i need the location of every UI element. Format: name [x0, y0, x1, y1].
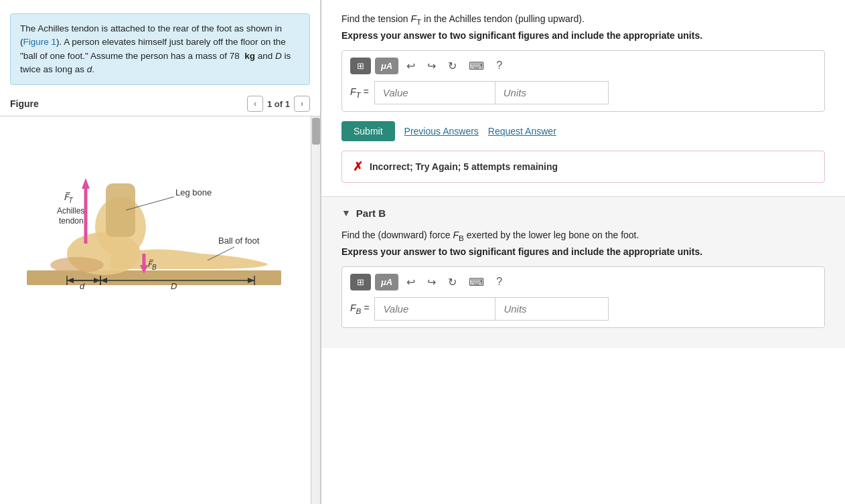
foot-diagram: F̅T Achilles tendon Leg bone Ball of foo… — [0, 116, 311, 306]
part-b-instruction: Express your answer to two significant f… — [341, 246, 825, 257]
refresh-button-b[interactable]: ↻ — [444, 274, 461, 290]
foot-svg: F̅T Achilles tendon Leg bone Ball of foo… — [13, 123, 295, 297]
svg-point-4 — [50, 257, 104, 273]
svg-text:d: d — [80, 281, 85, 291]
refresh-button-a[interactable]: ↻ — [444, 58, 461, 74]
toolbar-b: ⊞ μA ↩ ↪ ↻ ⌨ ? — [350, 274, 816, 290]
chevron-down-icon[interactable]: ▼ — [341, 207, 351, 218]
help-button-a[interactable]: ? — [492, 58, 506, 73]
part-a-instruction: Express your answer to two significant f… — [341, 30, 825, 41]
keyboard-button-a[interactable]: ⌨ — [465, 58, 488, 74]
problem-text: The Achilles tendon is attached to the r… — [10, 13, 310, 85]
svg-text:Achilles: Achilles — [57, 206, 84, 216]
part-b-answer-box: ⊞ μA ↩ ↪ ↻ ⌨ ? FB = — [341, 266, 825, 328]
svg-text:Ball of foot: Ball of foot — [218, 236, 260, 246]
right-panel: Find the tension FT in the Achilles tend… — [321, 0, 845, 504]
part-a-question: Find the tension FT in the Achilles tend… — [341, 13, 825, 26]
redo-button-a[interactable]: ↪ — [423, 58, 440, 74]
previous-answers-button[interactable]: Previous Answers — [404, 126, 479, 137]
part-a-answer-box: ⊞ μA ↩ ↪ ↻ ⌨ ? FT = — [341, 50, 825, 112]
part-b-section: ▼ Part B Find the (downward) force FB ex… — [321, 196, 845, 348]
prev-figure-button[interactable]: ‹ — [247, 96, 263, 112]
figure-count: 1 of 1 — [267, 99, 290, 109]
help-button-b[interactable]: ? — [492, 274, 506, 289]
svg-text:F̅T: F̅T — [64, 192, 73, 204]
part-b-label: Part B — [356, 207, 386, 219]
left-panel: The Achilles tendon is attached to the r… — [0, 0, 321, 504]
undo-button-a[interactable]: ↩ — [402, 58, 419, 74]
units-input-a[interactable] — [495, 81, 609, 104]
mu-button-b[interactable]: μA — [375, 274, 398, 290]
eq-label-b: FB = — [350, 303, 369, 315]
matrix-icon-a: ⊞ — [357, 61, 364, 71]
mu-button-a[interactable]: μA — [375, 58, 398, 74]
svg-text:D: D — [171, 281, 177, 291]
units-input-b[interactable] — [495, 297, 609, 321]
keyboard-button-b[interactable]: ⌨ — [465, 274, 488, 290]
value-input-b[interactable] — [374, 297, 495, 321]
eq-label-a: FT = — [350, 86, 369, 99]
figure-image-area: F̅T Achilles tendon Leg bone Ball of foo… — [0, 116, 320, 504]
matrix-button-b[interactable]: ⊞ — [350, 274, 371, 290]
next-figure-button[interactable]: › — [294, 96, 310, 112]
part-b-question: Find the (downward) force FB exerted by … — [341, 230, 825, 242]
matrix-icon-b: ⊞ — [357, 277, 364, 287]
error-message: Incorrect; Try Again; 5 attempts remaini… — [370, 161, 558, 172]
input-row-b: FB = — [350, 297, 816, 321]
svg-rect-3 — [106, 183, 135, 237]
action-row-a: Submit Previous Answers Request Answer — [341, 121, 825, 141]
svg-text:tendon: tendon — [59, 216, 84, 226]
svg-rect-0 — [27, 270, 281, 285]
figure-nav: ‹ 1 of 1 › — [247, 96, 310, 112]
error-box: ✗ Incorrect; Try Again; 5 attempts remai… — [341, 151, 825, 183]
figure-label: Figure — [10, 98, 39, 109]
svg-text:Leg bone: Leg bone — [175, 187, 212, 197]
scroll-bar[interactable] — [311, 116, 320, 504]
part-b-header: ▼ Part B — [341, 207, 825, 219]
undo-button-b[interactable]: ↩ — [402, 274, 419, 290]
value-input-a[interactable] — [374, 81, 495, 104]
matrix-button-a[interactable]: ⊞ — [350, 58, 371, 74]
svg-marker-6 — [82, 178, 90, 189]
error-icon: ✗ — [353, 159, 363, 174]
input-row-a: FT = — [350, 81, 816, 104]
submit-button-a[interactable]: Submit — [341, 121, 395, 141]
redo-button-b[interactable]: ↪ — [423, 274, 440, 290]
toolbar-a: ⊞ μA ↩ ↪ ↻ ⌨ ? — [350, 58, 816, 74]
figure-link[interactable]: Figure 1 — [23, 37, 57, 47]
request-answer-button[interactable]: Request Answer — [488, 126, 556, 137]
scroll-thumb[interactable] — [312, 118, 320, 145]
figure-header: Figure ‹ 1 of 1 › — [0, 92, 320, 116]
